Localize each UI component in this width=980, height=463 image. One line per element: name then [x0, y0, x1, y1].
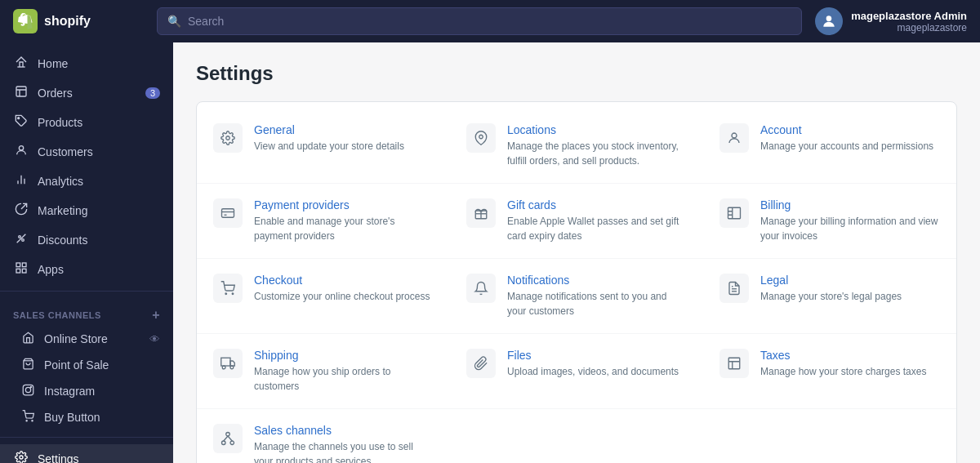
taxes-icon — [719, 349, 749, 378]
main-layout: Home Orders 3 Products Customers Analy — [0, 42, 980, 463]
svg-point-3 — [19, 146, 23, 150]
svg-rect-26 — [728, 207, 741, 219]
svg-rect-20 — [222, 209, 234, 218]
customers-icon — [13, 144, 29, 160]
svg-point-17 — [226, 136, 230, 140]
sidebar-label-buy-button: Buy Button — [44, 411, 100, 424]
settings-item-locations[interactable]: LocationsManage the places you stock inv… — [450, 109, 703, 184]
orders-icon — [13, 85, 29, 101]
sidebar-divider-2 — [0, 437, 173, 438]
sales-channels-icon — [213, 424, 243, 453]
notifications-title: Notifications — [507, 274, 687, 287]
svg-point-15 — [31, 421, 32, 421]
general-icon — [213, 123, 243, 153]
settings-icon — [13, 451, 29, 463]
legal-desc: Manage your store's legal pages — [760, 289, 902, 304]
sidebar-item-apps[interactable]: Apps — [0, 255, 173, 284]
files-desc: Upload images, videos, and documents — [507, 364, 679, 379]
settings-item-notifications[interactable]: NotificationsManage notifications sent t… — [450, 259, 703, 334]
sidebar-label-settings: Settings — [38, 452, 79, 463]
sidebar-item-point-of-sale[interactable]: Point of Sale — [0, 352, 173, 378]
sidebar-label-analytics: Analytics — [38, 175, 83, 188]
sidebar-label-home: Home — [38, 57, 68, 70]
svg-rect-7 — [22, 263, 26, 267]
settings-item-files[interactable]: FilesUpload images, videos, and document… — [450, 334, 703, 409]
sidebar-item-discounts[interactable]: Discounts — [0, 225, 173, 255]
marketing-icon — [13, 203, 29, 219]
settings-item-gift-cards[interactable]: Gift cardsEnable Apple Wallet passes and… — [450, 184, 703, 259]
svg-point-4 — [19, 236, 21, 238]
sidebar-item-analytics[interactable]: Analytics — [0, 167, 173, 196]
checkout-desc: Customize your online checkout process — [254, 289, 430, 304]
settings-item-sales-channels[interactable]: Sales channelsManage the channels you us… — [197, 409, 450, 463]
gift-cards-icon — [466, 198, 496, 228]
settings-item-taxes[interactable]: TaxesManage how your store charges taxes — [703, 334, 956, 409]
sidebar-label-point-of-sale: Point of Sale — [44, 358, 109, 372]
checkout-title: Checkout — [254, 274, 430, 287]
svg-point-0 — [826, 16, 832, 21]
logo-area[interactable]: shopify — [13, 9, 144, 33]
svg-point-36 — [222, 441, 226, 445]
sidebar-item-products[interactable]: Products — [0, 108, 173, 137]
sidebar: Home Orders 3 Products Customers Analy — [0, 42, 173, 463]
svg-rect-8 — [16, 269, 20, 273]
avatar — [815, 7, 843, 35]
search-icon: 🔍 — [167, 15, 181, 28]
svg-point-2 — [18, 118, 20, 119]
settings-card: GeneralView and update your store detail… — [196, 101, 957, 463]
user-name: mageplazastore Admin — [851, 10, 967, 22]
taxes-desc: Manage how your store charges taxes — [760, 364, 926, 379]
sidebar-item-customers[interactable]: Customers — [0, 137, 173, 167]
svg-rect-11 — [23, 385, 33, 395]
user-info: mageplazastore Admin mageplazastore — [851, 10, 967, 33]
files-icon — [466, 349, 496, 378]
shopify-logo — [13, 9, 38, 33]
search-bar[interactable]: 🔍 — [157, 7, 802, 35]
settings-item-payment-providers[interactable]: Payment providersEnable and manage your … — [197, 184, 450, 259]
sidebar-item-home[interactable]: Home — [0, 49, 173, 78]
sidebar-item-buy-button[interactable]: Buy Button — [0, 404, 173, 430]
svg-point-12 — [25, 387, 30, 392]
svg-point-32 — [222, 366, 225, 369]
svg-rect-31 — [221, 358, 230, 366]
sidebar-item-instagram[interactable]: Instagram — [0, 378, 173, 404]
user-store: mageplazastore — [851, 22, 967, 33]
home-icon — [13, 56, 29, 72]
gift-cards-desc: Enable Apple Wallet passes and set gift … — [507, 214, 687, 243]
settings-item-billing[interactable]: BillingManage your billing information a… — [703, 184, 956, 259]
svg-point-35 — [226, 433, 230, 437]
page-title: Settings — [196, 62, 957, 85]
sidebar-item-settings[interactable]: Settings — [0, 444, 173, 463]
sidebar-divider-1 — [0, 291, 173, 292]
svg-point-27 — [225, 293, 227, 295]
notifications-desc: Manage notifications sent to you and you… — [507, 289, 687, 318]
locations-icon — [466, 123, 496, 153]
sidebar-label-online-store: Online Store — [44, 332, 108, 345]
legal-icon — [719, 274, 749, 303]
svg-rect-34 — [728, 358, 740, 369]
settings-item-account[interactable]: AccountManage your accounts and permissi… — [703, 109, 956, 184]
settings-item-checkout[interactable]: CheckoutCustomize your online checkout p… — [197, 259, 450, 334]
gift-cards-title: Gift cards — [507, 198, 687, 211]
svg-point-28 — [232, 293, 234, 295]
eye-icon[interactable]: 👁 — [149, 333, 160, 345]
sidebar-label-instagram: Instagram — [44, 385, 95, 398]
billing-title: Billing — [760, 198, 940, 211]
account-icon — [719, 123, 749, 153]
sidebar-item-orders[interactable]: Orders 3 — [0, 78, 173, 108]
sidebar-label-products: Products — [38, 116, 82, 129]
sidebar-label-orders: Orders — [38, 87, 73, 100]
search-input[interactable] — [188, 15, 791, 28]
billing-desc: Manage your billing information and view… — [760, 214, 940, 243]
taxes-title: Taxes — [760, 349, 926, 362]
settings-item-shipping[interactable]: ShippingManage how you ship orders to cu… — [197, 334, 450, 409]
settings-item-legal[interactable]: LegalManage your store's legal pages — [703, 259, 956, 334]
settings-item-general[interactable]: GeneralView and update your store detail… — [197, 109, 450, 184]
sidebar-item-marketing[interactable]: Marketing — [0, 196, 173, 225]
sidebar-item-online-store[interactable]: Online Store 👁 — [0, 326, 173, 352]
add-sales-channel-icon[interactable]: + — [152, 308, 160, 323]
user-area[interactable]: mageplazastore Admin mageplazastore — [815, 7, 967, 35]
svg-rect-1 — [16, 87, 26, 96]
content-area: Settings GeneralView and update your sto… — [173, 42, 980, 463]
svg-point-16 — [20, 456, 23, 459]
